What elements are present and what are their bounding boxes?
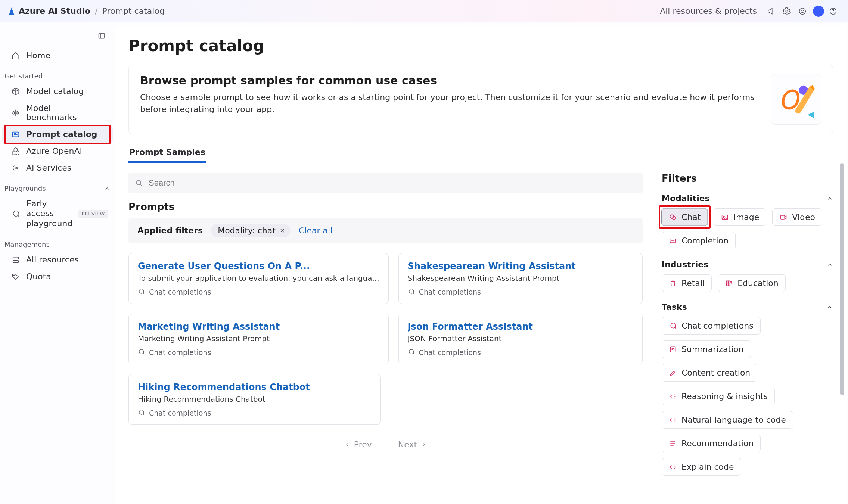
remove-chip-icon[interactable] [279, 228, 285, 234]
filter-pill-chat-completions[interactable]: Chat completions [662, 317, 761, 335]
tab-prompt-samples[interactable]: Prompt Samples [128, 147, 206, 163]
search-input-wrapper[interactable] [128, 173, 643, 193]
all-resources-link[interactable]: All resources & projects [660, 6, 757, 16]
prompt-card-tag: Chat completions [138, 288, 379, 296]
app-brand[interactable]: Azure AI Studio [8, 6, 90, 16]
svg-point-1 [799, 8, 806, 14]
user-avatar[interactable] [813, 6, 824, 17]
filter-pill-explain-code[interactable]: Explain code [662, 458, 741, 476]
filter-pill-summarization[interactable]: Summarization [662, 340, 751, 358]
filter-pill-education[interactable]: Education [718, 274, 786, 292]
settings-gear-icon[interactable] [780, 4, 793, 18]
sparkle-icon [669, 392, 677, 401]
applied-filters-bar: Applied filters Modality: chat Clear all [128, 218, 643, 243]
prompt-card-title: Shakespearean Writing Assistant [408, 261, 633, 271]
prompt-card-tag: Chat completions [408, 288, 633, 296]
app-name: Azure AI Studio [19, 6, 90, 16]
home-icon [11, 51, 20, 60]
filter-pill-chat[interactable]: Chat [662, 208, 708, 226]
intro-banner: Browse prompt samples for common use cas… [128, 65, 833, 134]
image-icon [721, 213, 729, 221]
sidebar-item-model-catalog[interactable]: Model catalog [2, 83, 113, 100]
filter-pill-recommendation[interactable]: Recommendation [662, 435, 761, 452]
books-icon [725, 279, 733, 287]
tab-bar: Prompt Samples [128, 147, 833, 163]
search-icon [135, 179, 143, 187]
openai-icon [11, 147, 20, 156]
pager-next[interactable]: Next [398, 440, 427, 449]
summarize-icon [669, 345, 677, 354]
prompt-card[interactable]: Json Formatter Assistant JSON Formatter … [398, 314, 643, 364]
breadcrumb-current[interactable]: Prompt catalog [102, 6, 165, 16]
prompt-card[interactable]: Generate User Questions On A P... To sub… [128, 253, 389, 304]
search-input[interactable] [148, 178, 636, 188]
filter-section-industries[interactable]: Industries [662, 260, 833, 269]
prompt-card-tag: Chat completions [408, 348, 633, 357]
applied-filter-chip[interactable]: Modality: chat [211, 224, 291, 237]
chat-icon [408, 349, 415, 356]
sidebar-item-prompt-catalog[interactable]: Prompt catalog [2, 126, 113, 143]
filter-pill-image[interactable]: Image [714, 208, 766, 226]
quota-tag-icon [11, 272, 20, 281]
infinity-icon [11, 164, 20, 172]
sidebar-item-label: Model benchmarks [26, 103, 104, 122]
sidebar-section-playgrounds[interactable]: Playgrounds [2, 176, 113, 195]
highlight-annotation: Chat [662, 208, 708, 226]
prompt-card[interactable]: Marketing Writing Assistant Marketing Wr… [128, 314, 389, 364]
prompt-card-tag: Chat completions [138, 409, 372, 417]
filter-pill-content-creation[interactable]: Content creation [662, 364, 757, 382]
filter-pill-retail[interactable]: Retail [662, 274, 712, 292]
sidebar-item-all-resources[interactable]: All resources [2, 251, 113, 268]
svg-point-2 [801, 10, 802, 10]
svg-rect-18 [781, 215, 785, 219]
help-icon[interactable] [826, 4, 840, 18]
cube-icon [11, 87, 20, 96]
chat-icon [669, 322, 677, 330]
sidebar-item-early-access-playground[interactable]: Early access playground PREVIEW [2, 195, 113, 232]
sidebar-item-label: Quota [26, 272, 51, 281]
pager-prev[interactable]: Prev [344, 440, 372, 449]
svg-point-13 [136, 180, 141, 185]
svg-marker-12 [808, 112, 814, 118]
sidebar-item-model-benchmarks[interactable]: Model benchmarks [2, 100, 113, 126]
filter-pill-nl-to-code[interactable]: Natural language to code [662, 411, 793, 429]
svg-rect-23 [670, 347, 675, 352]
sidebar-item-ai-services[interactable]: AI Services [2, 159, 113, 176]
main-panel: Prompt catalog Browse prompt samples for… [115, 25, 847, 504]
completion-icon [669, 237, 677, 245]
svg-point-3 [803, 10, 804, 10]
filter-pill-completion[interactable]: Completion [662, 232, 736, 249]
prompts-heading: Prompts [128, 201, 643, 212]
breadcrumb-separator: / [95, 6, 97, 16]
svg-point-5 [833, 13, 833, 13]
code-icon [669, 416, 677, 424]
prompt-card[interactable]: Shakespearean Writing Assistant Shakespe… [398, 253, 643, 304]
svg-rect-8 [13, 257, 19, 259]
feedback-smile-icon[interactable] [796, 4, 809, 18]
filter-section-tasks[interactable]: Tasks [662, 302, 833, 312]
svg-point-10 [13, 275, 14, 276]
prompt-card[interactable]: Hiking Recommendations Chatbot Hiking Re… [128, 374, 381, 425]
sidebar-section-get-started: Get started [2, 64, 113, 83]
filter-pill-reasoning[interactable]: Reasoning & insights [662, 388, 775, 405]
sidebar-item-azure-openai[interactable]: Azure OpenAI [2, 143, 113, 159]
sidebar-item-label: Home [26, 51, 50, 60]
chevron-up-icon [826, 304, 833, 311]
chat-icon [138, 349, 145, 356]
clear-all-link[interactable]: Clear all [299, 226, 332, 235]
megaphone-icon[interactable] [764, 4, 778, 18]
filters-column: Filters Modalities Chat [661, 163, 833, 504]
scrollbar[interactable] [840, 163, 844, 504]
pagination: Prev Next [128, 440, 643, 449]
sidebar-item-home[interactable]: Home [2, 47, 113, 64]
collapse-sidebar-icon[interactable] [98, 32, 105, 40]
prompt-card-desc: Hiking Recommendations Chatbot [138, 395, 372, 404]
svg-rect-7 [13, 132, 19, 137]
chat-icon [408, 288, 415, 296]
chevron-up-icon [104, 185, 111, 192]
prompts-column: Prompts Applied filters Modality: chat C… [128, 163, 643, 504]
filter-pill-video[interactable]: Video [772, 208, 822, 226]
sidebar-item-quota[interactable]: Quota [2, 268, 113, 285]
preview-badge: PREVIEW [78, 210, 108, 218]
filter-section-modalities[interactable]: Modalities [662, 194, 833, 203]
